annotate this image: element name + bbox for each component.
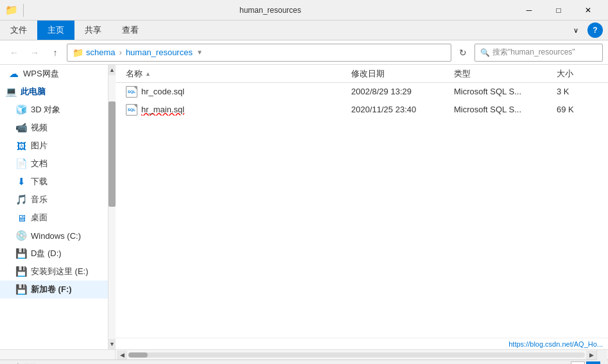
sidebar-item-3d[interactable]: 🧊 3D 对象 <box>0 101 108 119</box>
sidebar-item-doc[interactable]: 📄 文档 <box>0 155 108 173</box>
sidebar-item-download[interactable]: ⬇ 下载 <box>0 173 108 191</box>
h-scroll-right-arrow[interactable]: ▶ <box>586 351 596 360</box>
tab-file[interactable]: 文件 <box>0 21 37 40</box>
address-folder-icon: 📁 <box>73 48 83 58</box>
sidebar-label-pc: 此电脑 <box>21 86 46 98</box>
sidebar-scroll-up-arrow[interactable]: ▲ <box>109 65 116 75</box>
h-scroll-left-arrow[interactable]: ◀ <box>117 351 127 360</box>
h-scrollbar-area: ◀ ▶ <box>0 349 608 360</box>
search-icon: 🔍 <box>480 48 490 57</box>
header-type-label: 类型 <box>454 68 471 80</box>
sidebar-item-photo[interactable]: 🖼 图片 <box>0 137 108 155</box>
sidebar-item-music[interactable]: 🎵 音乐 <box>0 191 108 209</box>
file-area: 名称 ▲ 修改日期 类型 大小 SQL hr_code.sql <box>116 65 608 349</box>
address-bar-area: ← → ↑ 📁 schema › human_resources ▼ ↻ 🔍 搜… <box>0 40 608 65</box>
csdn-link: https://blog.csdn.net/AQ_Ho... <box>508 340 603 348</box>
refresh-button[interactable]: ↻ <box>454 44 472 62</box>
scroll-corner <box>596 350 607 360</box>
tab-share[interactable]: 共享 <box>74 21 112 40</box>
file-list: SQL hr_code.sql 2002/8/29 13:29 Microsof… <box>116 83 608 338</box>
desktop-icon: 🖥 <box>15 212 27 223</box>
sidebar-label-video: 视频 <box>31 122 48 134</box>
title-separator <box>23 4 24 17</box>
header-type[interactable]: 类型 <box>449 68 552 80</box>
sidebar-scroll-down-arrow[interactable]: ▼ <box>109 339 116 349</box>
sidebar-item-ddrive[interactable]: 💾 D盘 (D:) <box>0 245 108 263</box>
sidebar-item-video[interactable]: 📹 视频 <box>0 119 108 137</box>
sidebar-scroll-thumb[interactable] <box>109 101 116 207</box>
sidebar-item-edrive[interactable]: 💾 安装到这里 (E:) <box>0 263 108 281</box>
view-list-button[interactable]: ☰ <box>571 361 585 365</box>
music-icon: 🎵 <box>15 194 27 205</box>
forward-button[interactable]: → <box>26 44 44 62</box>
address-box[interactable]: 📁 schema › human_resources ▼ <box>67 44 451 62</box>
file-name: hr_code.sql <box>141 87 184 96</box>
file-name-col: SQL hr_code.sql <box>121 86 346 98</box>
tab-view[interactable]: 查看 <box>112 21 149 40</box>
maximize-button[interactable]: □ <box>544 0 573 21</box>
sidebar: ☁ WPS网盘 💻 此电脑 🧊 3D 对象 📹 视频 🖼 图片 📄 <box>0 65 108 349</box>
minimize-button[interactable]: ─ <box>514 0 544 21</box>
sidebar-h-scroll <box>0 350 116 360</box>
file-header: 名称 ▲ 修改日期 类型 大小 <box>116 65 608 83</box>
sidebar-label-music: 音乐 <box>31 194 48 205</box>
address-path-schema[interactable]: schema <box>86 48 116 57</box>
back-button[interactable]: ← <box>5 44 23 62</box>
download-icon: ⬇ <box>15 176 27 187</box>
header-name[interactable]: 名称 ▲ <box>121 68 346 80</box>
header-date[interactable]: 修改日期 <box>346 68 449 80</box>
sidebar-label-ddrive: D盘 (D:) <box>31 248 62 259</box>
ddrive-icon: 💾 <box>15 248 27 259</box>
ribbon-chevron-button[interactable]: ∨ <box>568 22 584 38</box>
table-row[interactable]: SQL hr_main.sql 2020/11/25 23:40 Microso… <box>116 101 608 119</box>
address-path-folder[interactable]: human_resources <box>126 48 193 57</box>
pc-icon: 💻 <box>5 86 17 98</box>
tab-home[interactable]: 主页 <box>37 21 74 40</box>
sidebar-label-edrive: 安装到这里 (E:) <box>31 266 89 277</box>
sidebar-item-pc[interactable]: 💻 此电脑 <box>0 83 108 101</box>
ribbon-tab-list: 文件 主页 共享 查看 ∨ ? <box>0 21 608 40</box>
view-toggle: ☰ ⊞ <box>571 361 600 365</box>
title-bar: 📁 human_resources ─ □ ✕ <box>0 0 608 21</box>
up-button[interactable]: ↑ <box>46 44 64 62</box>
file-h-scroll: ◀ ▶ <box>116 350 608 360</box>
file-date: 2002/8/29 13:29 <box>346 87 449 96</box>
h-scroll-thumb[interactable] <box>128 352 148 358</box>
address-separator: › <box>119 48 122 57</box>
sidebar-label-fdrive: 新加卷 (F:) <box>31 284 72 295</box>
photo-icon: 🖼 <box>15 140 27 152</box>
close-button[interactable]: ✕ <box>573 0 603 21</box>
file-size: 69 K <box>552 105 603 114</box>
sidebar-label-wps: WPS网盘 <box>23 68 59 80</box>
sidebar-item-desktop[interactable]: 🖥 桌面 <box>0 209 108 227</box>
sidebar-item-wps[interactable]: ☁ WPS网盘 <box>0 65 108 83</box>
main-area: ☁ WPS网盘 💻 此电脑 🧊 3D 对象 📹 视频 🖼 图片 📄 <box>0 65 608 349</box>
doc-icon: 📄 <box>15 158 27 169</box>
sidebar-label-cdrive: Windows (C:) <box>31 231 81 241</box>
file-date: 2020/11/25 23:40 <box>346 105 449 114</box>
status-bar: 2 个项目 ☰ ⊞ <box>0 360 608 364</box>
sidebar-scrollbar[interactable]: ▲ ▼ <box>108 65 116 349</box>
cloud-icon: ☁ <box>8 68 19 80</box>
3d-icon: 🧊 <box>15 104 27 116</box>
title-folder-icon: 📁 <box>5 4 18 16</box>
sidebar-label-photo: 图片 <box>31 140 48 152</box>
video-icon: 📹 <box>15 122 27 134</box>
sql-file-icon: SQL <box>126 86 137 98</box>
h-scroll-track[interactable] <box>128 352 585 358</box>
sidebar-item-cdrive[interactable]: 💿 Windows (C:) <box>0 227 108 245</box>
title-icons: 📁 <box>5 4 26 17</box>
sidebar-item-fdrive[interactable]: 💾 新加卷 (F:) <box>0 281 108 299</box>
sidebar-wrapper: ☁ WPS网盘 💻 此电脑 🧊 3D 对象 📹 视频 🖼 图片 📄 <box>0 65 116 349</box>
edrive-icon: 💾 <box>15 266 27 277</box>
file-type: Microsoft SQL S... <box>449 105 552 114</box>
sidebar-label-doc: 文档 <box>31 158 48 169</box>
search-box[interactable]: 🔍 搜索"human_resources" <box>474 44 603 62</box>
windows-icon: 💿 <box>15 230 27 241</box>
file-name-col: SQL hr_main.sql <box>121 104 346 116</box>
help-button[interactable]: ? <box>587 22 603 38</box>
table-row[interactable]: SQL hr_code.sql 2002/8/29 13:29 Microsof… <box>116 83 608 101</box>
sidebar-scroll-track <box>109 75 116 339</box>
view-grid-button[interactable]: ⊞ <box>586 361 600 365</box>
header-size[interactable]: 大小 <box>552 68 603 80</box>
